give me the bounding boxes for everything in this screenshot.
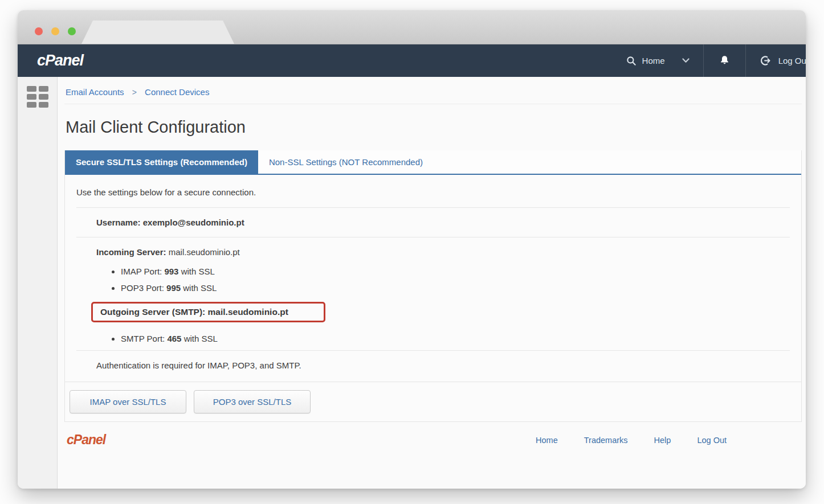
cpanel-logo: cPanel xyxy=(37,52,83,69)
footer-link-help[interactable]: Help xyxy=(654,436,671,445)
pop3-port-label: POP3 Port: xyxy=(121,283,164,293)
incoming-ports-list: IMAP Port: 993 with SSL POP3 Port: 995 w… xyxy=(76,267,790,293)
divider xyxy=(76,237,790,237)
panel-footer: IMAP over SSL/TLS POP3 over SSL/TLS xyxy=(65,382,801,421)
minimize-window-button[interactable] xyxy=(51,27,59,35)
chevron-down-icon[interactable] xyxy=(682,58,690,63)
cpanel-navbar: cPanel Home Log Out xyxy=(18,44,806,77)
pop3-over-ssl-button[interactable]: POP3 over SSL/TLS xyxy=(194,390,311,413)
browser-window: cPanel Home Log Out xyxy=(18,10,806,489)
navbar-home-label: Home xyxy=(642,56,665,65)
imap-port-suffix: with SSL xyxy=(181,267,215,276)
window-titlebar xyxy=(18,10,806,44)
smtp-port-value: 465 xyxy=(167,334,181,343)
imap-port-item: IMAP Port: 993 with SSL xyxy=(121,267,790,276)
navbar-logout-button[interactable]: Log Out xyxy=(746,44,806,77)
outgoing-ports-list: SMTP Port: 465 with SSL xyxy=(76,334,790,343)
left-sidebar xyxy=(18,77,58,489)
traffic-lights xyxy=(35,27,76,35)
outgoing-server-line: Outgoing Server (SMTP): mail.seudominio.… xyxy=(100,307,288,317)
tab-bar: Secure SSL/TLS Settings (Recommended) No… xyxy=(65,150,801,175)
footer-link-home[interactable]: Home xyxy=(536,436,558,445)
smtp-port-suffix: with SSL xyxy=(184,334,218,343)
main-content: Email Accounts > Connect Devices Mail Cl… xyxy=(58,77,806,489)
bell-icon xyxy=(719,55,731,67)
tab-non-ssl[interactable]: Non-SSL Settings (NOT Recommended) xyxy=(258,150,434,174)
imap-port-label: IMAP Port: xyxy=(121,267,162,276)
apps-grid-icon[interactable] xyxy=(27,86,48,108)
auth-note: Authentication is required for IMAP, POP… xyxy=(96,360,790,370)
pop3-port-suffix: with SSL xyxy=(183,283,217,293)
close-window-button[interactable] xyxy=(35,27,43,35)
notifications-button[interactable] xyxy=(704,44,745,77)
footer-link-logout[interactable]: Log Out xyxy=(697,436,727,445)
divider xyxy=(76,207,790,208)
zoom-window-button[interactable] xyxy=(68,27,76,35)
breadcrumb-separator-icon: > xyxy=(132,88,137,97)
navbar-logout-label: Log Out xyxy=(778,56,806,65)
pop3-port-item: POP3 Port: 995 with SSL xyxy=(121,283,790,293)
search-icon xyxy=(626,56,637,66)
incoming-server-label: Incoming Server: xyxy=(96,247,166,257)
tab-secure-ssl[interactable]: Secure SSL/TLS Settings (Recommended) xyxy=(65,150,258,174)
breadcrumb-email-accounts[interactable]: Email Accounts xyxy=(66,87,124,97)
smtp-port-label: SMTP Port: xyxy=(121,334,165,343)
outgoing-server-highlight: Outgoing Server (SMTP): mail.seudominio.… xyxy=(91,302,325,322)
footer-link-trademarks[interactable]: Trademarks xyxy=(584,436,628,445)
incoming-server-value: mail.seudominio.pt xyxy=(169,247,240,257)
imap-over-ssl-button[interactable]: IMAP over SSL/TLS xyxy=(70,390,186,413)
page-title: Mail Client Configuration xyxy=(66,118,802,137)
smtp-port-item: SMTP Port: 465 with SSL xyxy=(121,334,790,343)
cpanel-footer-logo: cPanel xyxy=(67,432,105,448)
username-line: Username: exemplo@seudominio.pt xyxy=(96,218,790,227)
page-footer: cPanel Home Trademarks Help Log Out xyxy=(64,422,802,448)
divider xyxy=(76,350,790,351)
breadcrumb-connect-devices[interactable]: Connect Devices xyxy=(145,87,209,97)
breadcrumb: Email Accounts > Connect Devices xyxy=(64,77,802,104)
pop3-port-value: 995 xyxy=(166,283,181,293)
intro-text: Use the settings below for a secure conn… xyxy=(76,187,790,197)
browser-tab[interactable] xyxy=(81,21,234,44)
imap-port-value: 993 xyxy=(164,267,178,276)
logout-icon xyxy=(760,55,772,67)
footer-links: Home Trademarks Help Log Out xyxy=(536,436,727,445)
settings-panel: Secure SSL/TLS Settings (Recommended) No… xyxy=(64,150,802,422)
incoming-server-line: Incoming Server: mail.seudominio.pt xyxy=(96,247,790,257)
ssl-settings-body: Use the settings below for a secure conn… xyxy=(65,175,801,370)
navbar-home-search[interactable]: Home xyxy=(613,44,703,77)
